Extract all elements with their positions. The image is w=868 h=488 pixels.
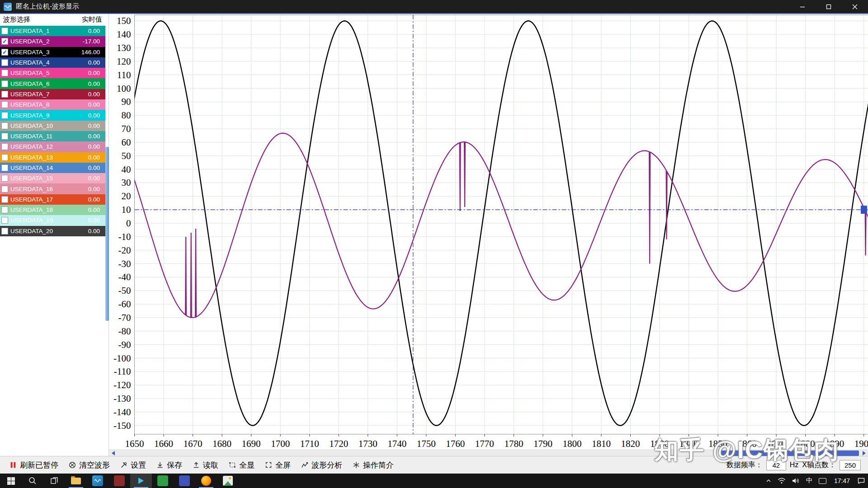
waveform-label: USERDATA_16 bbox=[10, 186, 72, 192]
waveform-row[interactable]: USERDATA_150.00 bbox=[0, 173, 105, 183]
waveform-row[interactable]: USERDATA_190.00 bbox=[0, 215, 105, 225]
waveform-checkbox[interactable] bbox=[1, 133, 8, 140]
waveform-row[interactable]: USERDATA_130.00 bbox=[0, 152, 105, 163]
tray-expand-button[interactable] bbox=[763, 474, 774, 488]
file-explorer-button[interactable] bbox=[65, 474, 87, 488]
close-button[interactable] bbox=[842, 0, 868, 13]
waveform-row[interactable]: USERDATA_100.00 bbox=[0, 121, 105, 131]
start-button[interactable] bbox=[0, 474, 22, 488]
waveform-row[interactable]: USERDATA_80.00 bbox=[0, 99, 105, 110]
waveform-checkbox[interactable] bbox=[1, 143, 8, 150]
app-red-button[interactable] bbox=[108, 474, 130, 488]
waveform-checkbox[interactable]: ✓ bbox=[1, 38, 8, 45]
waveform-value: 0.00 bbox=[72, 59, 105, 66]
waveform-row[interactable]: USERDATA_160.00 bbox=[0, 183, 105, 194]
app-ide-button[interactable] bbox=[174, 474, 195, 488]
fit-all-button[interactable]: 全显 bbox=[224, 458, 259, 473]
waveform-checkbox[interactable] bbox=[1, 101, 8, 108]
network-button[interactable] bbox=[774, 474, 789, 488]
waveform-row[interactable]: USERDATA_90.00 bbox=[0, 110, 105, 120]
settings-button[interactable]: 设置 bbox=[115, 458, 151, 473]
app-green-button[interactable] bbox=[152, 474, 174, 488]
load-button[interactable]: 读取 bbox=[188, 458, 223, 473]
waveform-value: 0.00 bbox=[72, 101, 105, 108]
task-view-button[interactable] bbox=[43, 474, 65, 488]
clear-icon bbox=[68, 461, 76, 469]
crosshair-right-marker[interactable] bbox=[861, 206, 867, 214]
waveform-checkbox[interactable] bbox=[1, 112, 8, 119]
waveform-row[interactable]: USERDATA_70.00 bbox=[0, 89, 105, 99]
search-icon bbox=[28, 476, 37, 485]
scroll-left-button[interactable] bbox=[109, 450, 117, 456]
clock[interactable]: 17:47 bbox=[830, 474, 854, 488]
app-player-button[interactable] bbox=[130, 474, 152, 488]
waveform-checkbox[interactable] bbox=[1, 186, 8, 192]
svg-text:-100: -100 bbox=[113, 353, 131, 364]
notification-button[interactable] bbox=[854, 474, 868, 488]
fullscreen-button[interactable]: 全屏 bbox=[260, 458, 295, 473]
waveform-row[interactable]: USERDATA_10.00 bbox=[0, 26, 105, 36]
x-points-value[interactable]: 250 bbox=[840, 460, 861, 470]
waveform-checkbox[interactable] bbox=[1, 28, 8, 34]
waveform-row[interactable]: USERDATA_140.00 bbox=[0, 163, 105, 173]
waveform-row[interactable]: USERDATA_60.00 bbox=[0, 78, 105, 89]
app-firefox-button[interactable] bbox=[195, 474, 217, 488]
svg-text:-30: -30 bbox=[118, 258, 131, 269]
waveform-checkbox[interactable] bbox=[1, 228, 8, 235]
sidebar-scrollbar-thumb[interactable] bbox=[105, 147, 109, 321]
waveform-row[interactable]: USERDATA_40.00 bbox=[0, 57, 105, 68]
waveform-row[interactable]: USERDATA_180.00 bbox=[0, 205, 105, 215]
waveform-analysis-button[interactable]: 波形分析 bbox=[296, 458, 347, 473]
title-bar: 匿名上位机-波形显示 bbox=[0, 0, 868, 13]
save-button[interactable]: 保存 bbox=[151, 458, 187, 473]
waveform-checkbox[interactable] bbox=[1, 196, 8, 203]
waveform-row[interactable]: USERDATA_120.00 bbox=[0, 141, 105, 152]
waveform-value: 0.00 bbox=[72, 143, 105, 150]
waveform-checkbox[interactable] bbox=[1, 206, 8, 213]
waveform-value: 0.00 bbox=[72, 228, 105, 235]
waveform-chart[interactable]: 1650166016701680169017001710172017301740… bbox=[109, 14, 868, 450]
svg-text:1690: 1690 bbox=[242, 438, 261, 449]
app-media-button[interactable] bbox=[87, 474, 108, 488]
waveform-row[interactable]: ✓USERDATA_3146.00 bbox=[0, 47, 105, 57]
waveform-row[interactable]: ✓USERDATA_2-17.00 bbox=[0, 36, 105, 47]
red-app-icon bbox=[114, 475, 125, 486]
waveform-row[interactable]: USERDATA_50.00 bbox=[0, 68, 105, 78]
waveform-label: USERDATA_7 bbox=[10, 91, 72, 98]
waveform-checkbox[interactable] bbox=[1, 175, 8, 182]
waveform-checkbox[interactable] bbox=[1, 217, 8, 224]
svg-text:-140: -140 bbox=[113, 407, 131, 418]
volume-button[interactable] bbox=[789, 474, 803, 488]
keyboard-button[interactable] bbox=[816, 474, 830, 488]
waveform-checkbox[interactable] bbox=[1, 70, 8, 76]
svg-text:1650: 1650 bbox=[125, 438, 144, 449]
search-button[interactable] bbox=[22, 474, 43, 488]
waveform-checkbox[interactable] bbox=[1, 122, 8, 129]
waveform-checkbox[interactable] bbox=[1, 164, 8, 171]
image-viewer-icon bbox=[223, 476, 233, 486]
waveform-row[interactable]: USERDATA_200.00 bbox=[0, 226, 105, 236]
maximize-button[interactable] bbox=[816, 0, 842, 13]
waveform-row[interactable]: USERDATA_170.00 bbox=[0, 194, 105, 205]
app-image-button[interactable] bbox=[217, 474, 239, 488]
scroll-right-button[interactable] bbox=[860, 450, 868, 456]
waveform-checkbox[interactable]: ✓ bbox=[1, 49, 8, 56]
waveform-list: USERDATA_10.00✓USERDATA_2-17.00✓USERDATA… bbox=[0, 26, 105, 236]
waveform-value: 0.00 bbox=[72, 80, 105, 87]
waveform-checkbox[interactable] bbox=[1, 91, 8, 98]
ime-indicator[interactable]: 中 bbox=[803, 474, 816, 488]
clear-waveform-button[interactable]: 清空波形 bbox=[64, 458, 114, 473]
waveform-row[interactable]: USERDATA_110.00 bbox=[0, 131, 105, 141]
minimize-button[interactable] bbox=[789, 0, 816, 13]
waveform-label: USERDATA_9 bbox=[10, 112, 72, 119]
waveform-value: -17.00 bbox=[72, 38, 105, 45]
waveform-checkbox[interactable] bbox=[1, 80, 8, 87]
waveform-checkbox[interactable] bbox=[1, 154, 8, 161]
refresh-paused-label: 刷新已暂停 bbox=[20, 460, 58, 470]
waveform-checkbox[interactable] bbox=[1, 59, 8, 66]
waveform-label: USERDATA_11 bbox=[10, 133, 72, 140]
operation-intro-button[interactable]: 操作简介 bbox=[348, 458, 398, 473]
svg-text:1750: 1750 bbox=[417, 438, 436, 449]
waveform-value: 0.00 bbox=[72, 133, 105, 140]
refresh-paused-button[interactable]: 刷新已暂停 bbox=[5, 458, 63, 473]
